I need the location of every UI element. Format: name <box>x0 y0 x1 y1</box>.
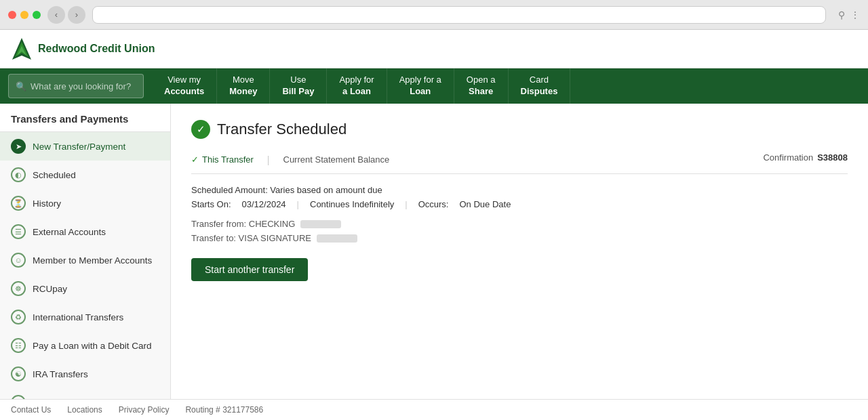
nav-item-line2: a Loan <box>342 86 371 98</box>
search-icon: 🔍 <box>16 81 26 91</box>
search-icon: ⚲ <box>838 9 845 20</box>
sidebar-item-external-accounts[interactable]: ☰ External Accounts <box>0 217 170 246</box>
nav-item-accounts[interactable]: View my Accounts <box>152 68 217 104</box>
content-area: ✓ Transfer Scheduled ✓ This Transfer | C… <box>171 104 868 399</box>
nav-item-move-money[interactable]: Move Money <box>217 68 270 104</box>
nav-item-line1: Apply for <box>339 75 374 86</box>
transfer-to-masked <box>317 234 357 243</box>
international-transfers-icon: ♻ <box>11 310 26 324</box>
close-button[interactable] <box>8 11 16 19</box>
nav-item-line2: Money <box>229 86 257 98</box>
info-row: Starts On: 03/12/2024 | Continues Indefi… <box>191 199 848 209</box>
browser-chrome: ‹ › ⚲ ⋮ <box>0 0 868 30</box>
scheduled-icon: ◐ <box>11 167 26 182</box>
maximize-button[interactable] <box>33 11 41 19</box>
nav-item-apply-loan[interactable]: Apply for a Loan <box>327 68 387 104</box>
check-circle-icon: ✓ <box>191 120 210 139</box>
nav-item-line1: Card <box>530 75 549 86</box>
rcupay-icon: ☸ <box>11 281 26 296</box>
transfer-title: Transfer Scheduled <box>217 121 347 138</box>
nav-item-line2: Loan <box>410 86 431 98</box>
history-icon: ⏳ <box>11 196 26 211</box>
confirmation-row: Confirmation S38808 <box>763 152 848 163</box>
starts-on-label: Starts On: <box>191 199 231 209</box>
sidebar-item-member-to-member[interactable]: ☺ Member to Member Accounts <box>0 246 170 274</box>
nav-item-line2: Share <box>469 86 493 98</box>
transfer-scheduled-header: ✓ Transfer Scheduled <box>191 120 848 139</box>
confirmation-value: S38808 <box>817 152 848 163</box>
back-button[interactable]: ‹ <box>47 6 65 24</box>
sidebar-item-label: IRA Transfers <box>33 369 88 379</box>
sidebar-item-pay-loan-debit[interactable]: ☷ Pay a Loan with a Debit Card <box>0 331 170 360</box>
logo-icon <box>11 37 33 61</box>
external-accounts-icon: ☰ <box>11 224 26 239</box>
sidebar-item-label: New Transfer/Payment <box>33 142 125 152</box>
sidebar-item-international-transfers[interactable]: ♻ International Transfers <box>0 303 170 331</box>
sidebar-item-history[interactable]: ⏳ History <box>0 189 170 217</box>
footer-privacy-policy[interactable]: Privacy Policy <box>119 405 170 415</box>
footer-contact-us[interactable]: Contact Us <box>11 405 51 415</box>
tab-this-transfer[interactable]: ✓ This Transfer <box>191 154 254 165</box>
pay-loan-debit-icon: ☷ <box>11 338 26 353</box>
app-header: Redwood Credit Union <box>0 30 868 68</box>
starts-on-value: 03/12/2024 <box>242 199 286 209</box>
nav-item-line2: Bill Pay <box>282 86 314 98</box>
confirmation-label: Confirmation <box>763 152 813 163</box>
search-box[interactable]: 🔍 What are you looking for? <box>8 74 144 98</box>
nav-item-card-disputes[interactable]: Card Disputes <box>509 68 571 104</box>
sidebar-item-ira-transfers[interactable]: ☯ IRA Transfers <box>0 360 170 388</box>
nav-item-line2: Disputes <box>521 86 558 98</box>
sidebar-item-label: International Transfers <box>33 312 123 322</box>
ira-transfers-icon: ☯ <box>11 366 26 381</box>
sidebar: Transfers and Payments ➤ New Transfer/Pa… <box>0 104 171 399</box>
transfer-from-label: Transfer from: CHECKING <box>191 219 295 229</box>
nav-arrows: ‹ › <box>47 6 85 24</box>
occurs-label: Occurs: <box>418 199 449 209</box>
sidebar-item-label: Scheduled <box>33 170 76 180</box>
nav-item-apply-loan-2[interactable]: Apply for a Loan <box>387 68 454 104</box>
footer-locations[interactable]: Locations <box>67 405 102 415</box>
transfer-tabs: ✓ This Transfer | Current Statement Bala… <box>191 152 848 174</box>
transfer-to-label: Transfer to: VISA SIGNATURE <box>191 233 311 243</box>
nav-item-line1: Apply for a <box>399 75 441 86</box>
footer-routing: Routing # 321177586 <box>185 405 263 415</box>
occurs-value: On Due Date <box>460 199 511 209</box>
nav-item-open-share[interactable]: Open a Share <box>454 68 509 104</box>
sidebar-item-scheduled[interactable]: ◐ Scheduled <box>0 161 170 189</box>
tab-divider: | <box>267 154 270 165</box>
sidebar-title: Transfers and Payments <box>0 104 170 132</box>
nav-item-line1: Open a <box>467 75 496 86</box>
nav-item-line1: View my <box>167 75 201 86</box>
address-bar[interactable] <box>92 6 826 24</box>
info-separator: | <box>297 199 299 209</box>
minimize-button[interactable] <box>20 11 28 19</box>
scheduled-amount-text: Scheduled Amount: Varies based on amount… <box>191 185 382 195</box>
search-placeholder: What are you looking for? <box>31 81 131 91</box>
start-another-transfer-button[interactable]: Start another transfer <box>191 258 308 281</box>
transfer-from-masked <box>300 220 341 228</box>
info-separator-2: | <box>405 199 407 209</box>
forward-button[interactable]: › <box>68 6 85 24</box>
continues-text: Continues Indefinitely <box>310 199 394 209</box>
nav-item-line1: Move <box>233 75 254 86</box>
transfer-to-row: Transfer to: VISA SIGNATURE <box>191 233 848 243</box>
sidebar-item-label: External Accounts <box>33 227 106 237</box>
logo-text: Redwood Credit Union <box>38 43 155 55</box>
scheduled-amount-row: Scheduled Amount: Varies based on amount… <box>191 185 848 195</box>
sidebar-item-rcupay[interactable]: ☸ RCUpay <box>0 274 170 303</box>
nav-item-line1: Use <box>290 75 306 86</box>
nav-items: View my Accounts Move Money Use Bill Pay… <box>152 68 570 104</box>
nav-item-bill-pay[interactable]: Use Bill Pay <box>270 68 327 104</box>
main-content: Transfers and Payments ➤ New Transfer/Pa… <box>0 104 868 399</box>
footer: Contact Us Locations Privacy Policy Rout… <box>0 399 868 420</box>
sidebar-item-donate[interactable]: ♥ Donate <box>0 388 170 399</box>
tab-current-statement-balance[interactable]: Current Statement Balance <box>283 154 390 165</box>
app: Redwood Credit Union 🔍 What are you look… <box>0 30 868 420</box>
member-to-member-icon: ☺ <box>11 253 26 268</box>
sidebar-item-label: RCUpay <box>33 284 67 294</box>
nav-bar: 🔍 What are you looking for? View my Acco… <box>0 68 868 104</box>
browser-icons: ⚲ ⋮ <box>838 9 860 20</box>
sidebar-item-new-transfer[interactable]: ➤ New Transfer/Payment <box>0 132 170 161</box>
tab-check-icon: ✓ <box>191 154 199 165</box>
tab-label: This Transfer <box>202 154 254 165</box>
